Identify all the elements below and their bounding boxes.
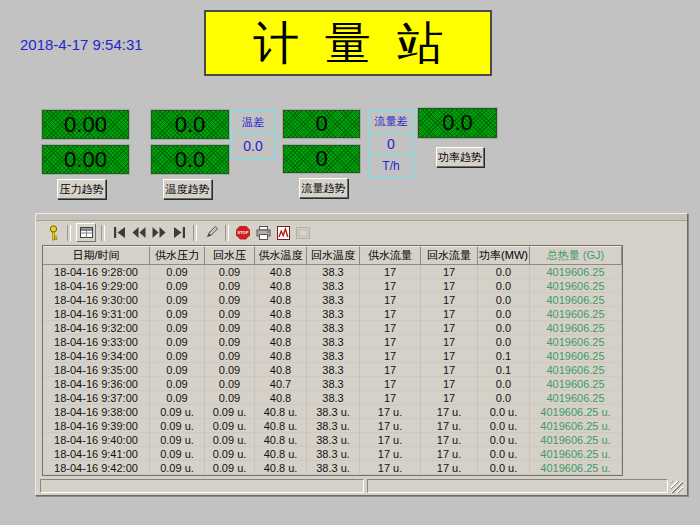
table-row[interactable]: 18-04-16 9:30:000.090.0940.838.317170.04…: [43, 293, 622, 307]
table-cell: 17: [421, 349, 478, 363]
table-cell: 0.09 u.: [205, 447, 255, 461]
edit-pencil-icon[interactable]: [202, 224, 220, 241]
table-cell: 40.8: [255, 335, 307, 349]
table-cell: 0.0: [478, 391, 530, 405]
table-cell: 0.1: [478, 363, 530, 377]
temperature-trend-button[interactable]: 温度趋势: [163, 179, 212, 199]
table-cell: 0.0: [478, 279, 530, 293]
flow-trend-button[interactable]: 流量趋势: [299, 178, 348, 198]
table-cell: 38.3 u.: [307, 419, 360, 433]
table-cell: 40.7: [255, 377, 307, 391]
column-header[interactable]: 回水流量: [421, 246, 478, 264]
table-cell: 0.09 u.: [150, 405, 205, 419]
export-icon: [294, 224, 312, 241]
table-cell: 17 u.: [360, 433, 421, 447]
flow-diff-box: 流量差 0 T/h: [368, 110, 414, 177]
pressure-trend-button[interactable]: 压力趋势: [57, 179, 106, 199]
table-cell: 4019606.25: [530, 265, 622, 279]
table-cell: 17: [421, 293, 478, 307]
table-toolbar: STOP: [36, 221, 687, 244]
table-cell: 17: [360, 391, 421, 405]
table-row[interactable]: 18-04-16 9:33:000.090.0940.838.317170.04…: [43, 335, 622, 349]
table-cell: 38.3: [307, 349, 360, 363]
table-cell: 17: [421, 265, 478, 279]
table-cell: 0.09: [205, 391, 255, 405]
table-cell: 0.0: [478, 265, 530, 279]
table-row[interactable]: 18-04-16 9:38:000.09 u.0.09 u.40.8 u.38.…: [43, 405, 622, 419]
table-cell: 0.09: [205, 293, 255, 307]
window-grip-strip: [36, 214, 687, 221]
table-row[interactable]: 18-04-16 9:35:000.090.0940.838.317170.14…: [43, 363, 622, 377]
table-cell: 4019606.25: [530, 321, 622, 335]
table-cell: 0.09 u.: [205, 419, 255, 433]
toolbar-separator: [225, 225, 229, 241]
nav-next-icon[interactable]: [150, 224, 168, 241]
column-header[interactable]: 供水流量: [360, 246, 421, 264]
table-row[interactable]: 18-04-16 9:31:000.090.0940.838.317170.04…: [43, 307, 622, 321]
table-row[interactable]: 18-04-16 9:29:000.090.0940.838.317170.04…: [43, 279, 622, 293]
table-cell: 38.3 u.: [307, 447, 360, 461]
nav-prev-icon[interactable]: [130, 224, 148, 241]
table-row[interactable]: 18-04-16 9:32:000.090.0940.838.317170.04…: [43, 321, 622, 335]
table-row[interactable]: 18-04-16 9:42:000.09 u.0.09 u.40.8 u.38.…: [43, 461, 622, 475]
table-cell: 0.09: [150, 377, 205, 391]
table-body: 18-04-16 9:28:000.090.0940.838.317170.04…: [43, 265, 622, 475]
supply-flow-display: 0: [283, 110, 360, 138]
table-cell: 4019606.25 u.: [530, 447, 622, 461]
table-cell: 17: [360, 349, 421, 363]
column-header[interactable]: 回水压: [205, 246, 255, 264]
table-cell: 0.09: [150, 391, 205, 405]
table-cell: 4019606.25: [530, 349, 622, 363]
table-cell: 0.0: [478, 321, 530, 335]
return-temperature-display: 0.0: [151, 145, 229, 174]
column-header[interactable]: 功率(MW): [478, 246, 530, 264]
table-cell: 0.09 u.: [150, 461, 205, 475]
table-cell: 18-04-16 9:34:00: [43, 349, 150, 363]
table-cell: 17 u.: [421, 447, 478, 461]
stop-icon[interactable]: STOP: [234, 224, 252, 241]
column-header[interactable]: 供水温度: [255, 246, 307, 264]
power-trend-button[interactable]: 功率趋势: [436, 147, 484, 167]
table-row[interactable]: 18-04-16 9:39:000.09 u.0.09 u.40.8 u.38.…: [43, 419, 622, 433]
table-row[interactable]: 18-04-16 9:28:000.090.0940.838.317170.04…: [43, 265, 622, 279]
table-cell: 38.3: [307, 363, 360, 377]
table-cell: 0.09: [205, 335, 255, 349]
table-cell: 0.09: [150, 363, 205, 377]
table-cell: 0.09 u.: [205, 461, 255, 475]
resize-grip[interactable]: [671, 481, 683, 493]
toolbar-separator: [193, 225, 197, 241]
column-header[interactable]: 总热量 (GJ): [530, 246, 622, 264]
supply-pressure-display: 0.00: [42, 110, 129, 139]
column-header[interactable]: 日期/时间: [43, 246, 150, 264]
table-cell: 0.09: [150, 321, 205, 335]
help-key-icon[interactable]: [44, 224, 62, 241]
table-row[interactable]: 18-04-16 9:40:000.09 u.0.09 u.40.8 u.38.…: [43, 433, 622, 447]
table-cell: 0.0 u.: [478, 405, 530, 419]
supply-temperature-display: 0.0: [151, 110, 229, 139]
table-cell: 0.09: [150, 349, 205, 363]
table-cell: 4019606.25: [530, 377, 622, 391]
nav-first-icon[interactable]: [110, 224, 128, 241]
table-cell: 17: [421, 279, 478, 293]
column-header[interactable]: 回水温度: [307, 246, 360, 264]
power-display: 0.0: [418, 108, 497, 138]
table-cell: 17: [360, 335, 421, 349]
column-header[interactable]: 供水压力: [150, 246, 205, 264]
table-cell: 4019606.25: [530, 293, 622, 307]
table-cell: 0.09: [205, 377, 255, 391]
table-cell: 4019606.25: [530, 335, 622, 349]
table-row[interactable]: 18-04-16 9:36:000.090.0940.738.317170.04…: [43, 377, 622, 391]
save-report-icon[interactable]: [274, 224, 292, 241]
table-row[interactable]: 18-04-16 9:37:000.090.0940.838.317170.04…: [43, 391, 622, 405]
table-row[interactable]: 18-04-16 9:34:000.090.0940.838.317170.14…: [43, 349, 622, 363]
nav-last-icon[interactable]: [170, 224, 188, 241]
table-cell: 4019606.25 u.: [530, 461, 622, 475]
table-row[interactable]: 18-04-16 9:41:000.09 u.0.09 u.40.8 u.38.…: [43, 447, 622, 461]
table-cell: 0.1: [478, 349, 530, 363]
table-cell: 38.3: [307, 293, 360, 307]
table-cell: 18-04-16 9:36:00: [43, 377, 150, 391]
table-cell: 0.09 u.: [150, 433, 205, 447]
table-cell: 17: [360, 293, 421, 307]
print-icon[interactable]: [254, 224, 272, 241]
grid-view-icon[interactable]: [76, 223, 96, 242]
